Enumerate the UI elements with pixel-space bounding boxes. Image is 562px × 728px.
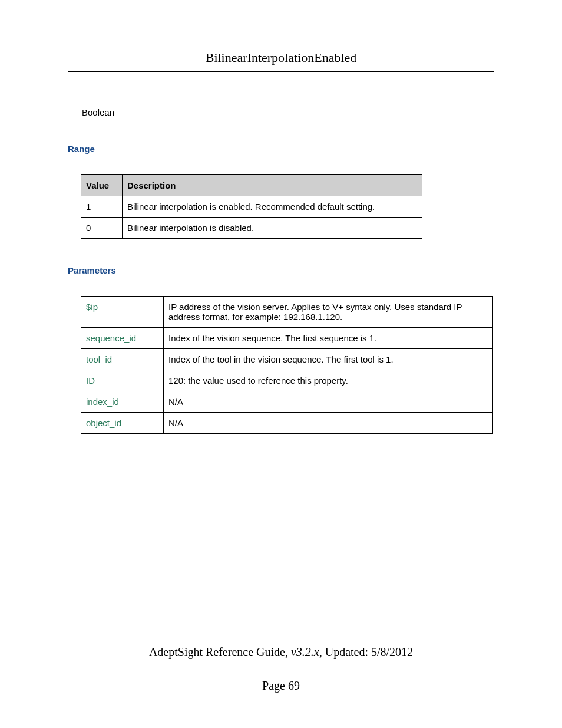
range-description: Bilinear interpolation is disabled.	[123, 218, 422, 239]
table-row: ID 120: the value used to reference this…	[81, 370, 493, 391]
page-title: BilinearInterpolationEnabled	[68, 50, 494, 72]
table-row: sequence_id Index of the vision sequence…	[81, 328, 493, 349]
table-header-row: Value Description	[81, 175, 422, 196]
range-table: Value Description 1 Bilinear interpolati…	[81, 174, 422, 239]
table-row: 0 Bilinear interpolation is disabled.	[81, 218, 422, 239]
param-description: IP address of the vision server. Applies…	[164, 297, 493, 328]
page-footer: AdeptSight Reference Guide, v3.2.x, Upda…	[68, 637, 494, 693]
range-description: Bilinear interpolation is enabled. Recom…	[123, 196, 422, 218]
param-name: $ip	[81, 297, 164, 328]
header-description: Description	[123, 175, 422, 196]
type-text: Boolean	[82, 107, 494, 117]
footer-text: AdeptSight Reference Guide, v3.2.x, Upda…	[68, 637, 494, 659]
param-description: N/A	[164, 391, 493, 413]
table-row: index_id N/A	[81, 391, 493, 413]
header-value: Value	[81, 175, 123, 196]
footer-version: , v3.2.x	[285, 645, 319, 658]
param-name: index_id	[81, 391, 164, 413]
page-number: Page 69	[68, 679, 494, 693]
param-description: 120: the value used to reference this pr…	[164, 370, 493, 391]
range-value: 1	[81, 196, 123, 218]
range-value: 0	[81, 218, 123, 239]
range-heading: Range	[68, 144, 494, 154]
param-description: N/A	[164, 413, 493, 434]
param-description: Index of the tool in the vision sequence…	[164, 349, 493, 370]
param-description: Index of the vision sequence. The first …	[164, 328, 493, 349]
param-name: ID	[81, 370, 164, 391]
table-row: tool_id Index of the tool in the vision …	[81, 349, 493, 370]
table-row: $ip IP address of the vision server. App…	[81, 297, 493, 328]
param-name: object_id	[81, 413, 164, 434]
footer-guide: AdeptSight Reference Guide	[149, 645, 285, 658]
table-row: object_id N/A	[81, 413, 493, 434]
param-name: tool_id	[81, 349, 164, 370]
footer-updated: , Updated: 5/8/2012	[319, 645, 413, 658]
param-name: sequence_id	[81, 328, 164, 349]
parameters-table: $ip IP address of the vision server. App…	[81, 296, 493, 434]
parameters-heading: Parameters	[68, 265, 494, 275]
table-row: 1 Bilinear interpolation is enabled. Rec…	[81, 196, 422, 218]
